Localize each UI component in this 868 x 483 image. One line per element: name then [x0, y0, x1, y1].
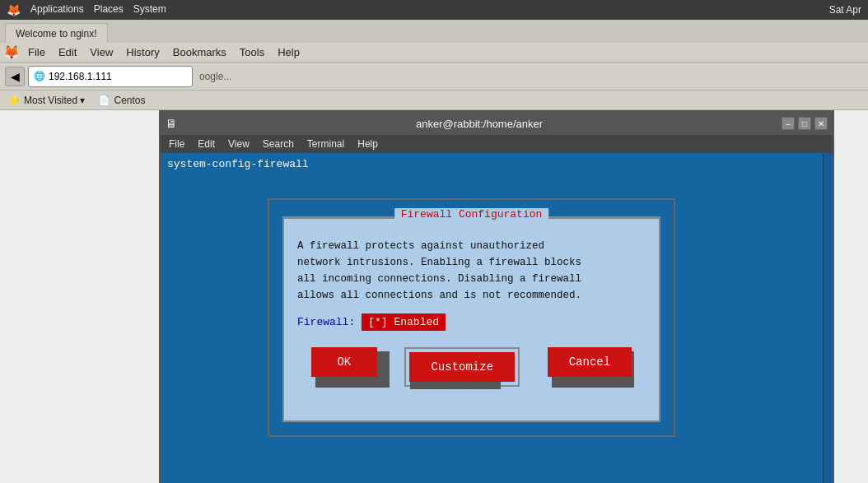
url-text: 192.168.1.111 — [49, 71, 112, 82]
os-topbar-left: 🦊 Applications Places System — [7, 3, 166, 16]
terminal-scrollbar[interactable] — [823, 153, 833, 483]
menu-bookmarks[interactable]: Bookmarks — [168, 44, 231, 60]
terminal-titlebar: 🖥 anker@rabbit:/home/anker – □ ✕ — [161, 112, 833, 135]
term-menu-view[interactable]: View — [223, 137, 254, 151]
centos-bookmark[interactable]: 📄 Centos — [93, 93, 150, 108]
firefox-window: Welcome to nginx! 🦊 File Edit View Histo… — [0, 20, 868, 483]
term-menu-help[interactable]: Help — [352, 137, 383, 151]
term-menu-search[interactable]: Search — [258, 137, 299, 151]
firefox-logo-icon: 🦊 — [3, 44, 20, 60]
firewall-dialog: Firewall Configuration A firewall protec… — [268, 198, 675, 437]
firewall-dialog-body: A firewall protects against unauthorized… — [297, 238, 646, 304]
firewall-enabled-badge[interactable]: [*] Enabled — [362, 313, 446, 331]
firefox-menubar: 🦊 File Edit View History Bookmarks Tools… — [0, 43, 868, 63]
body-line1: A firewall protects against unauthorized — [297, 238, 646, 254]
terminal-title: anker@rabbit:/home/anker — [177, 118, 782, 130]
url-bar[interactable]: 🌐 192.168.1.111 — [28, 66, 193, 87]
customize-button[interactable]: Customize — [409, 352, 515, 382]
firewall-dialog-inner: Firewall Configuration A firewall protec… — [282, 216, 660, 422]
terminal-controls: – □ ✕ — [782, 117, 828, 130]
tab-label: Welcome to nginx! — [16, 28, 97, 39]
os-clock: Sat Apr — [829, 4, 861, 16]
terminal-icon: 🖥 — [166, 117, 177, 130]
menu-tools[interactable]: Tools — [235, 44, 269, 60]
terminal-command: system-config-firewall — [167, 158, 826, 170]
terminal-content: system-config-firewall Firewall Configur… — [161, 153, 833, 483]
ok-button-wrapper: OK — [311, 347, 377, 387]
close-button[interactable]: ✕ — [814, 117, 828, 130]
term-menu-terminal[interactable]: Terminal — [302, 137, 349, 151]
firefox-icon: 🦊 — [7, 3, 21, 16]
os-topbar: 🦊 Applications Places System Sat Apr — [0, 0, 868, 20]
minimize-button[interactable]: – — [782, 117, 795, 130]
menu-file[interactable]: File — [23, 44, 50, 60]
back-button[interactable]: ◀ — [5, 67, 25, 86]
globe-icon: 🌐 — [34, 71, 45, 81]
menu-history[interactable]: History — [121, 44, 164, 60]
bookmark-icon: 📄 — [98, 95, 110, 106]
most-visited-bookmark[interactable]: ⭐ Most Visited ▾ — [3, 93, 90, 108]
cancel-button[interactable]: Cancel — [548, 347, 632, 377]
system-menu[interactable]: System — [133, 3, 166, 16]
bookmarks-bar: ⭐ Most Visited ▾ 📄 Centos — [0, 91, 868, 110]
firefox-tab-nginx[interactable]: Welcome to nginx! — [5, 23, 108, 43]
term-menu-edit[interactable]: Edit — [193, 137, 220, 151]
term-menu-file[interactable]: File — [164, 137, 189, 151]
firefox-tabs: Welcome to nginx! — [0, 20, 868, 43]
firewall-buttons: OK Customize Cancel — [297, 347, 646, 387]
menu-help[interactable]: Help — [273, 44, 305, 60]
centos-label: Centos — [114, 95, 145, 106]
ok-button[interactable]: OK — [311, 347, 377, 377]
menu-edit[interactable]: Edit — [54, 44, 82, 60]
firefox-navbar: ◀ 🌐 192.168.1.111 oogle... — [0, 63, 868, 91]
menu-view[interactable]: View — [85, 44, 118, 60]
body-line2: network intrusions. Enabling a firewall … — [297, 254, 646, 271]
browser-content: 🖥 anker@rabbit:/home/anker – □ ✕ File Ed… — [0, 110, 868, 483]
customize-button-wrapper: Customize — [404, 347, 520, 387]
star-icon: ⭐ — [8, 95, 21, 106]
most-visited-label: Most Visited ▾ — [24, 95, 85, 106]
applications-menu[interactable]: Applications — [30, 3, 84, 16]
places-menu[interactable]: Places — [94, 3, 124, 16]
body-line3: all incoming connections. Disabling a fi… — [297, 271, 646, 287]
body-line4: allows all connections and is not recomm… — [297, 287, 646, 304]
terminal-menubar: File Edit View Search Terminal Help — [161, 135, 833, 153]
google-search: oogle... — [199, 71, 231, 82]
terminal-window: 🖥 anker@rabbit:/home/anker – □ ✕ File Ed… — [159, 110, 834, 483]
cancel-button-wrapper: Cancel — [548, 347, 632, 387]
firewall-status-line: Firewall: [*] Enabled — [297, 313, 646, 331]
maximize-button[interactable]: □ — [798, 117, 811, 130]
firewall-label: Firewall: — [297, 316, 355, 328]
firewall-dialog-title: Firewall Configuration — [394, 208, 549, 221]
